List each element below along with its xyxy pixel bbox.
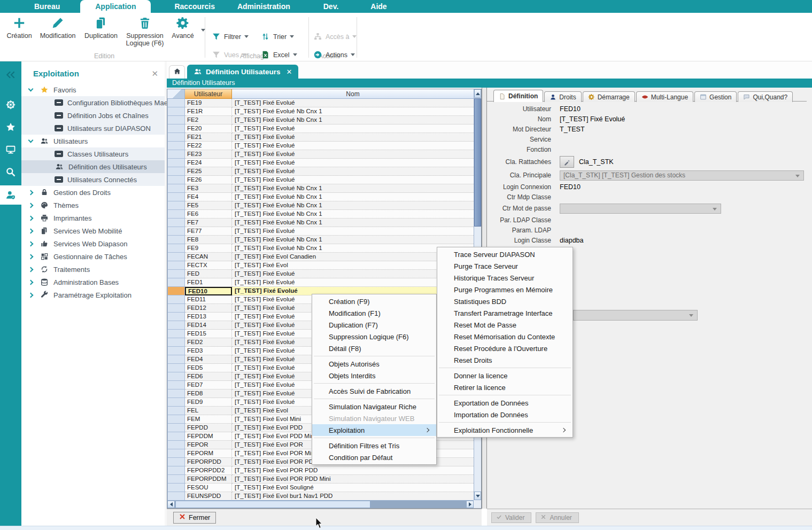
row-selector[interactable]: [167, 193, 185, 201]
chevron-down-icon[interactable]: [28, 138, 34, 143]
ribbon-gear-button[interactable]: Avancé: [169, 16, 197, 40]
row-selector[interactable]: [167, 381, 185, 389]
chevron-right-icon[interactable]: [28, 292, 34, 298]
menu-application[interactable]: Application: [80, 0, 151, 13]
row-selector[interactable]: [167, 338, 185, 347]
rail-monitor-icon[interactable]: [0, 141, 21, 159]
menu-item-purge-programmes-en-m-moire[interactable]: Purge Programmes en Mémoire: [437, 284, 573, 295]
table-row[interactable]: FE5[T_TEST] Fixé Evolué Nb Cnx 1: [167, 201, 474, 210]
table-row[interactable]: FE4[T_TEST] Fixé Evolué Nb Cnx 1: [167, 193, 474, 201]
button-annuler[interactable]: Annuler: [536, 512, 578, 523]
tab-definition-utilisateurs[interactable]: Définition Utilisateurs ✕: [187, 65, 298, 79]
row-selector[interactable]: [167, 330, 185, 338]
table-row[interactable]: FE8[T_TEST] Fixé Evolué Nb Cnx 1: [167, 236, 474, 244]
sidebar-item-utilisateurs-connect-s[interactable]: Utilisateurs Connectés: [21, 173, 165, 186]
chevron-right-icon[interactable]: [28, 215, 34, 221]
row-selector[interactable]: [167, 270, 185, 278]
sidebar-item-utilisateurs[interactable]: Utilisateurs: [21, 135, 165, 147]
sidebar-item-gestionnaire-de-t-ches[interactable]: Gestionnaire de Tâches: [21, 250, 165, 263]
menu-item-d-finition-filtres-et-tris[interactable]: Définition Filtres et Tris: [312, 440, 436, 451]
scroll-up-button[interactable]: [474, 89, 481, 98]
table-row[interactable]: FE9[T_TEST] Fixé Evolué Nb Cnx 1: [167, 244, 474, 253]
row-selector[interactable]: [167, 287, 185, 295]
table-row[interactable]: FE25[T_TEST] Fixé Evolué: [167, 167, 474, 176]
chevron-right-icon[interactable]: [28, 267, 34, 272]
row-selector[interactable]: [167, 389, 185, 398]
menu-item-historique-traces-serveur[interactable]: Historique Traces Serveur: [437, 272, 573, 284]
extra-select[interactable]: [573, 310, 698, 321]
table-row[interactable]: FE77[T_TEST] Fixé Evolué: [167, 227, 474, 236]
fermer-button[interactable]: Fermer: [173, 512, 216, 524]
menu-item-donner-la-licence[interactable]: Donner la licence: [437, 370, 573, 381]
horizontal-scrollbar[interactable]: [167, 500, 474, 508]
row-selector[interactable]: [167, 201, 185, 210]
row-selector[interactable]: [167, 364, 185, 372]
rail-wheel-icon[interactable]: [0, 96, 21, 114]
table-row[interactable]: FECTX[T_TEST] Fixé Evol: [167, 261, 474, 270]
row-selector[interactable]: [167, 295, 185, 304]
table-row[interactable]: FE26[T_TEST] Fixé Evolué: [167, 176, 474, 184]
sidebar-item-param-trage-exploitation[interactable]: Paramétrage Exploitation: [21, 289, 165, 301]
table-row[interactable]: FE6[T_TEST] Fixé Evolué Nb Cnx 1: [167, 210, 474, 219]
menu-item-acc-s-suivi-de-fabrication[interactable]: Accès Suivi de Fabrication: [312, 385, 436, 397]
row-selector[interactable]: [167, 304, 185, 313]
row-selector[interactable]: [167, 210, 185, 219]
menu-dev[interactable]: Dev.: [315, 0, 347, 13]
sidebar-item-th-mes[interactable]: Thèmes: [21, 199, 165, 212]
ribbon-excel-button[interactable]: Excel: [261, 50, 297, 59]
menu-item-statistiques-bdd[interactable]: Statistiques BDD: [437, 295, 573, 307]
row-selector[interactable]: [167, 432, 185, 441]
row-selector[interactable]: [167, 321, 185, 330]
row-selector[interactable]: [167, 484, 185, 492]
ribbon-actions-button[interactable]: Actions: [313, 50, 355, 59]
table-row[interactable]: FE1R[T_TEST] Fixé Evolué Nb Cnx 1: [167, 107, 474, 116]
tab-d-marrage[interactable]: Démarrage: [583, 91, 635, 102]
row-selector[interactable]: [167, 99, 185, 107]
tab-droits[interactable]: Droits: [544, 91, 581, 102]
menu-bureau[interactable]: Bureau: [26, 0, 68, 13]
tab-gestion[interactable]: Gestion: [694, 91, 737, 102]
menu-item-suppression-logique-f6-[interactable]: Suppression Logique (F6): [312, 331, 436, 342]
row-selector[interactable]: [167, 184, 185, 193]
table-row[interactable]: FESOU[T_TEST] Fixé Evol Souligné: [167, 484, 474, 492]
sidebar-item-favoris[interactable]: Favoris: [21, 83, 165, 96]
ribbon-vues-button[interactable]: Vues: [212, 50, 246, 59]
row-selector[interactable]: [167, 107, 185, 116]
tab-qui-quand-[interactable]: Qui,Quand?: [738, 91, 793, 102]
row-selector[interactable]: [167, 159, 185, 167]
chevron-right-icon[interactable]: [28, 190, 34, 195]
chevron-right-icon[interactable]: [28, 279, 34, 285]
menu-item-simulation-navigateur-riche[interactable]: Simulation Navigateur Riche: [312, 401, 436, 412]
table-row[interactable]: FE2[T_TEST] Fixé Evolué Nb Cnx 1: [167, 116, 474, 124]
vertical-scroll-thumb[interactable]: [474, 98, 481, 227]
row-selector[interactable]: [167, 253, 185, 261]
sidebar-item-configuration-biblioth-ques-maestro[interactable]: Configuration Bibliothèques Maestro: [21, 96, 165, 109]
menu-item-reset-mot-de-passe[interactable]: Reset Mot de Passe: [437, 319, 573, 331]
ribbon-trash-button[interactable]: Suppression Logique (F6): [122, 16, 168, 47]
table-row[interactable]: FEPORPDDM[T_TEST] Fixé Evol POR PDD Mini: [167, 475, 474, 484]
rail-usershield-icon[interactable]: [0, 185, 21, 205]
menu-item-duplication-f7-[interactable]: Duplication (F7): [312, 319, 436, 331]
chevron-right-icon[interactable]: [28, 228, 34, 233]
rail-star-icon[interactable]: [0, 118, 21, 136]
row-selector[interactable]: [167, 441, 185, 449]
row-selector[interactable]: [167, 407, 185, 415]
table-row[interactable]: FE7[T_TEST] Fixé Evolué Nb Cnx 1: [167, 219, 474, 227]
row-selector[interactable]: [167, 415, 185, 424]
table-row[interactable]: FE20[T_TEST] Fixé Evolué: [167, 124, 474, 133]
scroll-right-button[interactable]: [466, 501, 474, 508]
sidebar-item-services-web-mobilit-[interactable]: Services Web Mobilité: [21, 224, 165, 237]
menu-item-objets-interdits[interactable]: Objets Interdits: [312, 370, 436, 381]
row-selector[interactable]: [167, 449, 185, 458]
row-selector[interactable]: [167, 150, 185, 159]
menu-item-purge-trace-serveur[interactable]: Purge Trace Serveur: [437, 260, 573, 272]
chevron-down-icon[interactable]: [242, 53, 246, 56]
row-selector[interactable]: [167, 458, 185, 466]
row-selector[interactable]: [167, 278, 185, 287]
table-row[interactable]: FEUNSPDD[T_TEST] Fixé Evol bur1 Nav1 PDD: [167, 492, 474, 500]
class-picker-button[interactable]: [560, 156, 574, 168]
rail-search-icon[interactable]: [0, 163, 21, 181]
row-selector[interactable]: [167, 475, 185, 484]
close-icon[interactable]: ✕: [287, 68, 292, 76]
chevron-down-icon[interactable]: [293, 53, 297, 56]
